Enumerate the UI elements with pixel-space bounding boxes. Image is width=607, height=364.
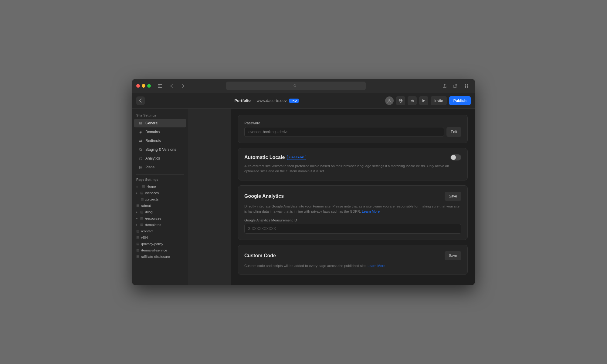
cc-save-button[interactable]: Save: [445, 251, 461, 260]
ga-learn-more-link[interactable]: Learn More: [362, 210, 380, 213]
page-item-file-icon: ▤: [136, 204, 139, 207]
page-item-about[interactable]: ▤ /about: [132, 202, 188, 209]
expand-templates-icon: ▸: [136, 223, 138, 226]
google-analytics-card: Google Analytics Save Directly integrate…: [238, 185, 468, 240]
sidebar: Site Settings ⊞ General ◈ Domains ⇄ Redi…: [132, 109, 188, 285]
toolbar-domain: www.dacorte.dev: [257, 98, 287, 103]
page-item-file-icon: ▤: [140, 216, 143, 220]
password-card: Password lavender-bookings-derive Edit: [238, 115, 468, 143]
measurement-input[interactable]: G-XXXXXXXXXX: [244, 224, 461, 234]
toolbar-site-name: Portfolio: [234, 98, 250, 103]
sidebar-item-analytics[interactable]: ◎ Analytics: [134, 154, 186, 163]
svg-rect-5: [465, 86, 466, 88]
page-item-file-icon: ▤: [136, 229, 139, 233]
page-settings-title: Page Settings: [132, 178, 188, 181]
avatar: [385, 96, 394, 105]
page-item-affiliate[interactable]: ▤ /affiliate-disclosure: [132, 253, 188, 260]
svg-rect-4: [467, 84, 468, 86]
address-bar[interactable]: [226, 82, 366, 90]
page-services-label: /services: [145, 191, 159, 195]
locale-toggle[interactable]: [450, 154, 461, 160]
traffic-lights: [136, 84, 151, 88]
page-terms-label: /terms-of-service: [141, 248, 167, 252]
page-templates-label: /templates: [145, 223, 161, 227]
svg-point-7: [388, 99, 390, 101]
traffic-light-green[interactable]: [147, 84, 151, 88]
page-resources-label: /resources: [145, 217, 161, 220]
page-item-404[interactable]: ▤ /404: [132, 234, 188, 241]
back-nav-btn[interactable]: [167, 82, 176, 90]
edit-password-button[interactable]: Edit: [446, 127, 461, 137]
sidebar-item-domains[interactable]: ◈ Domains: [134, 128, 186, 136]
publish-button[interactable]: Publish: [449, 96, 471, 105]
cc-description: Custom code and scripts will be added to…: [244, 263, 461, 268]
page-item-home[interactable]: ⌂ ▤ Home: [132, 183, 188, 190]
cc-header-row: Custom Code Save: [244, 251, 461, 260]
sidebar-general-label: General: [145, 121, 158, 125]
sidebar-item-staging[interactable]: ⧉ Staging & Versions: [134, 145, 186, 154]
page-item-templates[interactable]: ▸ ▤ /templates: [132, 221, 188, 228]
traffic-light-yellow[interactable]: [142, 84, 145, 88]
custom-code-card: Custom Code Save Custom code and scripts…: [238, 245, 468, 275]
locale-title: Automatic Locale: [244, 155, 285, 160]
page-item-services[interactable]: ▸ ▤ /services: [132, 190, 188, 196]
browser-chrome: [132, 79, 475, 93]
page-contact-label: /contact: [141, 229, 153, 233]
expand-services-icon: ▸: [136, 191, 138, 194]
domains-icon: ◈: [138, 130, 143, 134]
sidebar-redirects-label: Redirects: [145, 139, 161, 143]
sidebar-item-general[interactable]: ⊞ General: [134, 119, 186, 127]
sidebar-toggle-btn[interactable]: [156, 82, 164, 90]
toolbar-back-btn[interactable]: [136, 96, 145, 105]
page-item-file-icon: ▤: [136, 235, 139, 239]
svg-rect-1: [158, 86, 160, 86]
page-item-file-icon: ▤: [140, 210, 143, 214]
plans-icon: ▤: [138, 165, 143, 170]
sidebar-item-plans[interactable]: ▤ Plans: [134, 163, 186, 171]
ga-save-button[interactable]: Save: [445, 192, 461, 201]
toggle-knob: [451, 155, 456, 160]
content-divider: [188, 109, 231, 285]
password-input[interactable]: lavender-bookings-derive: [244, 127, 444, 137]
page-item-terms[interactable]: ▤ /terms-of-service: [132, 247, 188, 253]
new-tab-icon[interactable]: [451, 82, 460, 90]
svg-rect-2: [158, 87, 162, 88]
traffic-light-red[interactable]: [136, 84, 140, 88]
settings-icon-btn[interactable]: [408, 96, 417, 105]
page-item-file-icon: ▤: [140, 191, 143, 195]
staging-icon: ⧉: [138, 147, 143, 152]
cc-learn-more-link[interactable]: Learn More: [368, 264, 385, 268]
page-projects-label: /projects: [145, 197, 158, 201]
automatic-locale-card: Automatic Locale UPGRADE Auto-redirect s…: [238, 148, 468, 180]
svg-marker-11: [422, 99, 425, 102]
page-item-file-icon: ▤: [140, 223, 143, 227]
password-value: lavender-bookings-derive: [248, 130, 289, 134]
ga-description: Directly integrate Google Analytics into…: [244, 204, 461, 214]
page-privacy-label: /privacy-policy: [141, 242, 163, 246]
page-item-contact[interactable]: ▤ /contact: [132, 228, 188, 234]
page-item-privacy[interactable]: ▤ /privacy-policy: [132, 241, 188, 247]
password-input-row: lavender-bookings-derive Edit: [244, 127, 461, 137]
redirects-icon: ⇄: [138, 138, 143, 143]
play-icon-btn[interactable]: [419, 96, 428, 105]
locale-title-row: Automatic Locale UPGRADE: [244, 155, 306, 160]
page-item-resources[interactable]: ▸ ▤ /resources: [132, 215, 188, 221]
sidebar-plans-label: Plans: [145, 165, 154, 169]
forward-nav-btn[interactable]: [179, 82, 187, 90]
locale-header-row: Automatic Locale UPGRADE: [244, 154, 461, 160]
page-item-file-icon: ▤: [136, 242, 139, 246]
page-blog-label: /blog: [145, 210, 153, 214]
globe-icon-btn[interactable]: [396, 96, 405, 105]
expand-resources-icon: ▸: [136, 217, 138, 220]
cc-title: Custom Code: [244, 253, 276, 258]
analytics-icon: ◎: [138, 156, 143, 161]
sidebar-item-redirects[interactable]: ⇄ Redirects: [134, 136, 186, 145]
grid-icon[interactable]: [462, 82, 471, 90]
invite-button[interactable]: Invite: [431, 96, 447, 105]
page-item-blog[interactable]: ▸ ▤ /blog: [132, 209, 188, 215]
page-404-label: /404: [141, 236, 148, 239]
svg-rect-3: [465, 84, 466, 86]
main-content: Password lavender-bookings-derive Edit A…: [231, 109, 475, 285]
page-item-projects[interactable]: ▤ /projects: [132, 196, 188, 202]
share-icon[interactable]: [440, 82, 449, 90]
